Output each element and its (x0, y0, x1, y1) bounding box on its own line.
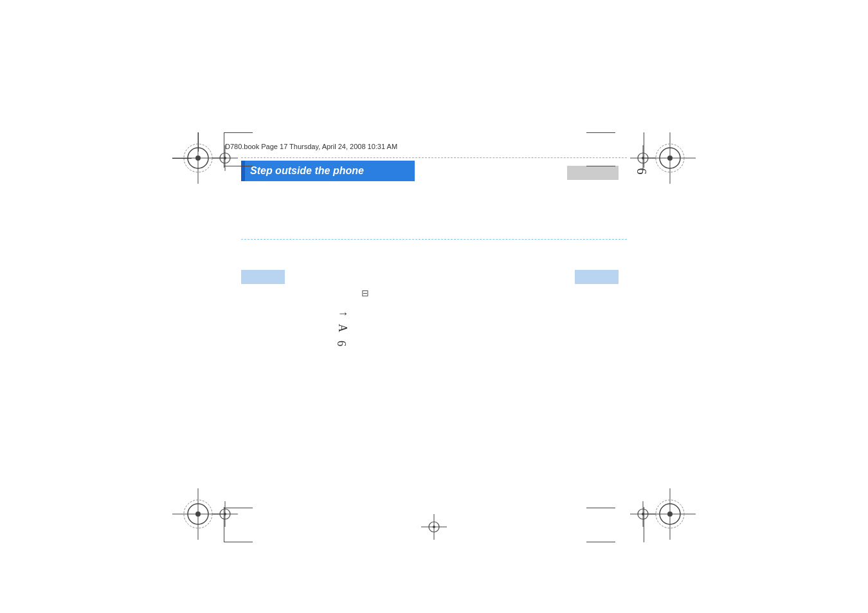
vline-tl (224, 132, 224, 168)
hline-br-top (586, 542, 615, 542)
blue-block-right (575, 270, 619, 284)
hline-bl-top (224, 542, 253, 542)
dashed-line-mid (241, 239, 627, 240)
symbol-icon-center: ⊟ (361, 288, 369, 298)
hline-tl-top (224, 132, 253, 133)
page-container: D780.book Page 17 Thursday, April 24, 20… (0, 0, 868, 613)
hline-tr-top (586, 132, 615, 133)
rotated-arrow-up: ↑ (337, 311, 350, 317)
title-text: Step outside the phone (250, 165, 364, 177)
blue-block-left (241, 270, 285, 284)
reg-mark-bottom-center (421, 514, 447, 542)
svg-point-30 (667, 511, 673, 517)
rotated-char-a: A (336, 324, 349, 332)
title-accent-bar (241, 161, 245, 181)
svg-point-12 (667, 155, 673, 161)
hline-bl-bot (224, 508, 253, 508)
dashed-line-top (241, 157, 627, 158)
vline-bl (224, 507, 224, 542)
reg-crosshair-bl (212, 501, 238, 529)
rotated-char-6: 6 (334, 341, 348, 346)
hline-br-bot (586, 508, 615, 508)
hline-tr-bot (586, 166, 615, 166)
vline-br (644, 507, 644, 542)
svg-point-21 (195, 511, 201, 517)
vline-tr (644, 132, 644, 168)
gray-block-top-right (567, 166, 619, 180)
svg-point-39 (433, 526, 435, 528)
hline-tl-bot (224, 166, 253, 166)
reg-crosshair-tl (212, 145, 238, 173)
title-banner: Step outside the phone (241, 161, 415, 181)
svg-point-3 (195, 155, 201, 161)
book-header: D780.book Page 17 Thursday, April 24, 20… (225, 140, 643, 153)
header-book-info: D780.book Page 17 Thursday, April 24, 20… (225, 143, 397, 150)
reg-crosshair-br (630, 501, 656, 529)
reg-crosshair-tr (630, 145, 656, 173)
